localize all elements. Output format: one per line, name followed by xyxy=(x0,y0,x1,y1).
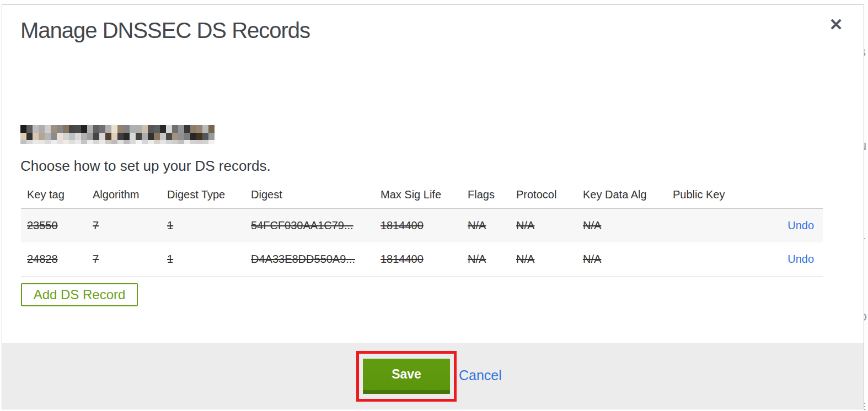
cell-max-sig-life: 1814400 xyxy=(381,242,468,277)
undo-link[interactable]: Undo xyxy=(787,219,814,231)
cell-algorithm: 7 xyxy=(93,242,167,277)
background-text-fragment: L xyxy=(864,230,868,242)
close-icon[interactable]: ✕ xyxy=(825,14,847,36)
cell-key-data-alg: N/A xyxy=(583,208,673,242)
background-text-fragment: o xyxy=(864,345,868,354)
redacted-domain-name xyxy=(20,125,215,145)
cell-algorithm: 7 xyxy=(93,208,167,242)
col-protocol: Protocol xyxy=(516,182,583,208)
background-text-fragment: O xyxy=(864,312,868,323)
cell-protocol: N/A xyxy=(516,242,583,277)
cell-key-tag: 23550 xyxy=(21,208,93,242)
col-action xyxy=(753,182,823,208)
col-public-key: Public Key xyxy=(673,182,753,208)
cell-action: Undo xyxy=(753,242,823,277)
undo-link[interactable]: Undo xyxy=(787,253,814,265)
cell-key-data-alg: N/A xyxy=(583,242,673,277)
background-text-fragment: o xyxy=(864,174,868,183)
cell-digest-type: 1 xyxy=(167,242,251,277)
col-digest: Digest xyxy=(251,182,381,208)
add-ds-record-button[interactable]: Add DS Record xyxy=(21,283,138,306)
col-algorithm: Algorithm xyxy=(93,182,167,208)
cancel-link[interactable]: Cancel xyxy=(459,367,502,383)
cell-public-key xyxy=(673,242,753,277)
col-key-data-alg: Key Data Alg xyxy=(583,182,673,208)
background-page-strip: SdNoLoOoE xyxy=(864,0,868,411)
background-text-fragment: o xyxy=(864,262,868,272)
cell-digest: D4A33E8DD550A9... xyxy=(251,242,381,277)
annotation-highlight-box: Save xyxy=(356,351,457,402)
background-text-fragment: E xyxy=(864,401,868,411)
table-row: 23550 7 1 54FCF030AA1C79... 1814400 N/A … xyxy=(21,208,823,242)
cell-max-sig-life: 1814400 xyxy=(381,208,468,242)
cell-digest: 54FCF030AA1C79... xyxy=(251,208,381,242)
modal-footer: Save Cancel xyxy=(2,343,864,409)
cell-key-tag: 24828 xyxy=(21,242,93,277)
background-text-fragment: S xyxy=(864,47,868,59)
ds-records-table: Key tag Algorithm Digest Type Digest Max… xyxy=(21,182,823,277)
col-key-tag: Key tag xyxy=(21,182,93,208)
cell-public-key xyxy=(673,208,753,242)
page-title: Manage DNSSEC DS Records xyxy=(20,18,310,43)
col-max-sig-life: Max Sig Life xyxy=(381,182,468,208)
cell-protocol: N/A xyxy=(516,208,583,242)
col-digest-type: Digest Type xyxy=(167,182,251,208)
cell-flags: N/A xyxy=(468,208,516,242)
background-text-fragment: d xyxy=(864,77,868,86)
cell-flags: N/A xyxy=(468,242,516,277)
table-row: 24828 7 1 D4A33E8DD550A9... 1814400 N/A … xyxy=(21,242,823,277)
instruction-text: Choose how to set up your DS records. xyxy=(20,158,271,175)
dnssec-modal: Manage DNSSEC DS Records ✕ Choose how to… xyxy=(2,4,864,409)
col-flags: Flags xyxy=(468,182,516,208)
cell-digest-type: 1 xyxy=(167,208,251,242)
background-text-fragment: N xyxy=(864,141,868,153)
page-background: SdNoLoOoE Manage DNSSEC DS Records ✕ Cho… xyxy=(0,0,868,411)
cell-action: Undo xyxy=(753,208,823,242)
table-header: Key tag Algorithm Digest Type Digest Max… xyxy=(21,182,823,208)
save-button[interactable]: Save xyxy=(363,359,450,394)
